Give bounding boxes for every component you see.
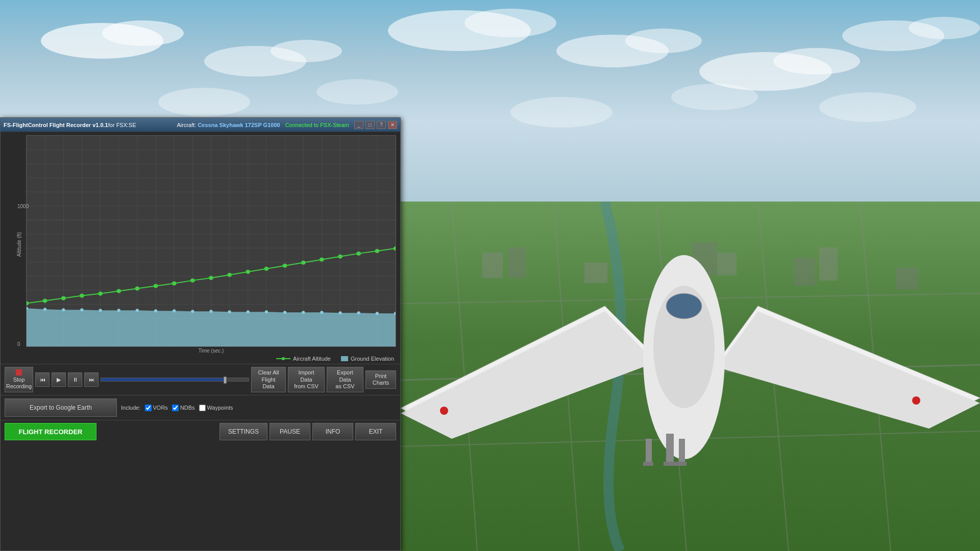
vor-label: VORs bbox=[153, 405, 168, 411]
svg-point-93 bbox=[154, 309, 157, 312]
svg-point-1 bbox=[102, 20, 184, 46]
maximize-button[interactable]: □ bbox=[365, 121, 375, 129]
svg-point-125 bbox=[356, 252, 361, 256]
svg-point-126 bbox=[375, 249, 380, 253]
svg-point-95 bbox=[191, 310, 194, 313]
export-google-earth-button[interactable]: Export to Google Earth bbox=[5, 398, 117, 417]
forward-icon: ⏭ bbox=[89, 377, 94, 383]
svg-rect-43 bbox=[664, 462, 676, 466]
scrubber-container bbox=[101, 378, 249, 382]
clear-all-label-line1: Clear All bbox=[258, 369, 279, 376]
svg-point-120 bbox=[264, 267, 269, 271]
altitude-legend-icon bbox=[276, 356, 290, 362]
svg-rect-45 bbox=[643, 462, 653, 466]
x-axis-label: Time (sec.) bbox=[26, 348, 396, 354]
include-row: Include: VORs NDBs Waypoints bbox=[121, 405, 233, 411]
forward-button[interactable]: ⏭ bbox=[84, 372, 99, 387]
svg-point-130 bbox=[282, 357, 285, 360]
svg-point-124 bbox=[338, 255, 342, 259]
ndb-checkbox[interactable] bbox=[172, 405, 179, 411]
help-button[interactable]: ? bbox=[377, 121, 386, 129]
vor-checkbox[interactable] bbox=[145, 405, 152, 411]
svg-point-116 bbox=[190, 279, 195, 283]
svg-point-99 bbox=[265, 310, 268, 313]
svg-point-14 bbox=[510, 97, 612, 128]
info-button[interactable]: INFO bbox=[312, 423, 353, 440]
pause-playback-button[interactable]: ⏸ bbox=[68, 372, 82, 387]
vor-checkbox-item: VORs bbox=[145, 405, 168, 411]
svg-point-127 bbox=[394, 246, 396, 251]
svg-point-112 bbox=[116, 289, 121, 293]
stop-recording-button[interactable]: Stop Recording bbox=[5, 367, 33, 392]
svg-point-97 bbox=[228, 310, 231, 313]
flight-recorder-button[interactable]: FLIGHT RECORDER bbox=[5, 423, 96, 440]
altitude-legend-label: Aircraft Altitude bbox=[293, 356, 331, 362]
svg-point-108 bbox=[43, 298, 47, 303]
svg-rect-47 bbox=[676, 462, 687, 466]
svg-point-113 bbox=[135, 287, 140, 291]
svg-point-119 bbox=[246, 270, 251, 274]
svg-rect-42 bbox=[666, 434, 674, 464]
play-icon: ▶ bbox=[57, 377, 61, 383]
clear-all-button[interactable]: Clear All Flight Data bbox=[251, 367, 286, 392]
y-tick-0: 0 bbox=[17, 341, 29, 347]
chart-area bbox=[26, 135, 396, 347]
svg-point-89 bbox=[80, 308, 83, 311]
svg-marker-34 bbox=[401, 311, 656, 439]
svg-point-92 bbox=[136, 309, 139, 312]
svg-point-88 bbox=[62, 308, 65, 311]
scrubber-thumb[interactable] bbox=[224, 377, 227, 384]
svg-point-13 bbox=[316, 79, 398, 105]
export-csv-button[interactable]: Export Data as CSV bbox=[327, 367, 363, 392]
chart-svg bbox=[27, 136, 396, 346]
print-charts-button[interactable]: Print Charts bbox=[365, 370, 396, 389]
ndb-checkbox-item: NDBs bbox=[172, 405, 195, 411]
app-title: FS-FlightControl Flight Recorder v1.0.1f… bbox=[4, 122, 177, 128]
import-label-line1: Import Data bbox=[292, 369, 320, 383]
svg-rect-44 bbox=[646, 439, 652, 464]
aircraft-svg bbox=[401, 204, 980, 551]
close-button[interactable]: ✕ bbox=[388, 121, 397, 129]
svg-point-104 bbox=[357, 311, 360, 314]
waypoints-label: Waypoints bbox=[207, 405, 233, 411]
waypoints-checkbox-item: Waypoints bbox=[199, 405, 233, 411]
svg-point-110 bbox=[80, 294, 84, 298]
rewind-button[interactable]: ⏮ bbox=[35, 372, 50, 387]
svg-point-121 bbox=[283, 264, 287, 268]
window-controls: _ □ ? ✕ bbox=[354, 121, 397, 129]
svg-point-90 bbox=[99, 309, 102, 312]
svg-point-12 bbox=[158, 88, 250, 116]
settings-button[interactable]: SETTINGS bbox=[219, 423, 267, 440]
scrubber-bar[interactable] bbox=[101, 378, 249, 382]
legend-altitude: Aircraft Altitude bbox=[276, 356, 331, 362]
title-bar: FS-FlightControl Flight Recorder v1.0.1f… bbox=[1, 118, 400, 132]
recorder-window: FS-FlightControl Flight Recorder v1.0.1f… bbox=[0, 117, 401, 551]
svg-point-94 bbox=[173, 309, 176, 312]
rewind-icon: ⏮ bbox=[40, 377, 45, 383]
waypoints-checkbox[interactable] bbox=[199, 405, 206, 411]
svg-point-98 bbox=[247, 310, 250, 313]
legend-ground: Ground Elevation bbox=[341, 356, 394, 362]
pause-button[interactable]: PAUSE bbox=[270, 423, 310, 440]
minimize-button[interactable]: _ bbox=[354, 121, 363, 129]
aircraft-view bbox=[401, 204, 980, 551]
ground-legend-icon bbox=[341, 356, 348, 361]
stop-icon bbox=[16, 369, 22, 375]
exit-button[interactable]: EXIT bbox=[355, 423, 396, 440]
stop-recording-label-line2: Recording bbox=[6, 383, 32, 390]
svg-point-91 bbox=[117, 309, 120, 312]
svg-point-102 bbox=[320, 311, 323, 314]
play-button[interactable]: ▶ bbox=[52, 372, 66, 387]
svg-point-123 bbox=[320, 258, 324, 262]
svg-point-16 bbox=[819, 92, 916, 122]
aircraft-info: Aircraft: Cessna Skyhawk 172SP G1000 bbox=[177, 122, 280, 128]
export-csv-label-line2: as CSV bbox=[335, 383, 354, 390]
svg-point-96 bbox=[209, 310, 212, 313]
stop-recording-label-line1: Stop bbox=[13, 377, 25, 383]
scrubber-fill bbox=[101, 378, 227, 381]
svg-point-105 bbox=[376, 312, 379, 315]
svg-point-118 bbox=[227, 273, 232, 277]
svg-point-7 bbox=[625, 29, 702, 53]
include-label: Include: bbox=[121, 405, 141, 411]
import-csv-button[interactable]: Import Data from CSV bbox=[288, 367, 325, 392]
